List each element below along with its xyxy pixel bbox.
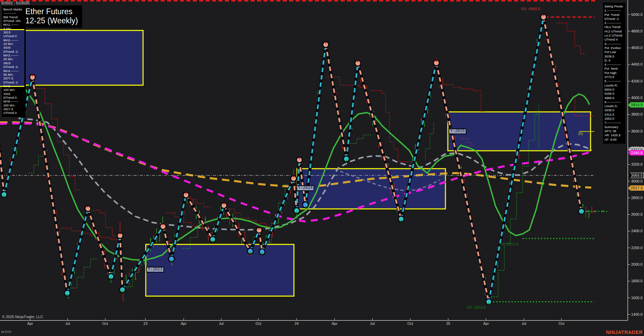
swing-pivots-line: 4969.5 (604, 96, 625, 100)
instrument-label: W ETH (1, 330, 11, 334)
resistance-r1-label: R1: 4969.5 (521, 7, 540, 11)
stop-steps-down (557, 23, 586, 54)
swing-pivots-line: AR: 1425.5 (604, 133, 625, 137)
bench-marks-line: 3377.5 (3, 76, 26, 80)
bench-marks-line: DTrend -2 (3, 50, 26, 53)
bench-marks-line: 20 MA: (3, 57, 26, 61)
bench-marks-line: 5 MA: (3, 27, 26, 30)
swing-pivots-line: 2.------------- (604, 21, 625, 25)
copyright-label: © 2025 NinjaTrader, LLC (2, 315, 43, 319)
bench-marks-line: 3434 (3, 46, 26, 49)
swing-pivots-line: 3773.0 (604, 75, 625, 79)
ninjatrader-chart-window: 5/2022 - 51/2025 Ether Futures 12-25 (We… (0, 0, 644, 336)
x-axis-label: 23 (143, 321, 147, 326)
x-axis-label: Oct (255, 321, 261, 326)
y-axis-label: 4600.0 (631, 46, 643, 50)
y-axis-label: 3800.0 (631, 112, 643, 116)
bench-marks-line: 100 MA: (3, 88, 26, 92)
bench-marks-line: DTrend 0 (3, 96, 26, 99)
y-axis-label: 1800.0 (631, 279, 643, 283)
y-axis-label: 4000.0 (631, 96, 643, 100)
bench-marks-line: DTrend -4% (3, 19, 26, 23)
x-axis-label: Apr (181, 321, 186, 326)
swing-pivots-line: 4.------------- (604, 63, 625, 67)
y-axis-label: 4200.0 (631, 79, 643, 83)
swing-pivots-line: Pvt High (604, 71, 625, 75)
price-axis-tag: 3340.8 (628, 150, 644, 155)
bench-marks-line: MA6.------- (3, 99, 26, 103)
y-axis-label: 3000.0 (631, 179, 643, 183)
swing-pivots-line: 3.------------- (604, 42, 625, 46)
swing-pivots-line: Pvt. Trend: (604, 13, 625, 17)
swing-pivots-line: 2638.0 (604, 54, 625, 58)
bench-marks-line: 3915 (3, 61, 26, 65)
swing-pivots-line: 6.------------- (604, 100, 625, 104)
bench-marks-line: MA5.------- (3, 84, 26, 88)
stop-steps-up (350, 135, 371, 144)
x-axis-label: Jul (522, 321, 526, 326)
price-axis-tag: 2917.3 (628, 185, 644, 191)
x-axis-label: 24 (295, 321, 299, 326)
chart-canvas[interactable] (0, 0, 644, 336)
support-s2-label: S2: 1553.0 (467, 305, 486, 309)
swing-pivots-lines: Swing Pivots1.-------------Pvt. Trend:DT… (604, 4, 625, 142)
swing-pivots-line: Levels R: (604, 83, 625, 88)
x-axis-label: Apr (483, 321, 489, 326)
y-axis-label: 3200.0 (631, 162, 643, 166)
bench-marks-line: 200 MA: (3, 103, 26, 107)
date-range-label: 5/2022 - 51/2025 (1, 1, 29, 5)
bench-marks-line: UTrend 0 (3, 111, 26, 115)
bench-marks-line: DTrend -2 (3, 65, 26, 69)
x-axis-label: Jul (370, 321, 375, 326)
bench-marks-line: 3013 (3, 30, 26, 34)
y-axis-label: 4400.0 (631, 62, 643, 66)
swing-pivots-line: 2638.0 (604, 108, 625, 112)
swing-pivots-line: 5166.0 (604, 92, 625, 96)
x-axis-label: Oct (407, 321, 413, 326)
bench-marks-line: UTrend 0 (3, 34, 26, 38)
swing-pivots-line: 5.------------- (604, 79, 625, 83)
swing-pivots-line: 7.------------- (604, 121, 625, 125)
swing-pivots-line: 5604.0 (604, 88, 625, 92)
y-axis-label: 1400.0 (631, 312, 643, 316)
year-range-label[interactable]: Y:2024 (296, 185, 314, 191)
swing-pivots-line: 2312.5 (604, 113, 625, 117)
bench-marks-line: MA3.------- (3, 53, 26, 57)
y-axis-label: 2400.0 (631, 229, 643, 233)
year-range-label[interactable]: Y:2023 (146, 267, 164, 272)
bench-marks-line: MA4.------- (3, 69, 26, 73)
swing-pivots-line: 1553.0 (604, 117, 625, 121)
swing-pivots-line: 1.------------- (604, 8, 625, 13)
y-axis-label: 2600.0 (631, 212, 643, 216)
bench-marks-line: 10 MA: (3, 42, 26, 46)
stop-steps-down (61, 228, 118, 239)
x-axis-label: Apr (331, 321, 337, 326)
swing-pivots-line: Hi:2 UTrend (604, 29, 625, 33)
swing-pivots-line: Levels S: (604, 104, 625, 108)
bench-marks-line: ------------ (3, 11, 26, 15)
x-axis-label: Oct (102, 321, 108, 326)
y-axis-label: 2200.0 (631, 246, 643, 250)
chart-title: Ether Futures 12-25 (Weekly) (19, 5, 82, 28)
stop-steps-up (426, 122, 434, 159)
y-axis-label: 3600.0 (631, 129, 643, 133)
swing-pivots-line: Summary (604, 125, 625, 129)
bench-marks-panel: Bench Marks------------BM Trend:DTrend -… (2, 6, 26, 117)
swing-pivots-line: Swing Pivots (604, 4, 625, 8)
y-axis-label: 5000.0 (631, 13, 643, 17)
bench-marks-line: MA1.------- (3, 23, 26, 26)
price-axis-tag: 3069.5 (628, 173, 644, 178)
x-axis-label: Jul (219, 321, 224, 326)
year-range-label[interactable]: Y:2025 (448, 128, 466, 134)
x-axis-label: Jul (65, 321, 70, 326)
swing-pivots-line: AF: 6.00 (604, 138, 625, 142)
swing-pivots-line: Lo:2 UTrend (604, 33, 625, 38)
y-axis-label: 2000.0 (631, 262, 643, 266)
swing-pivots-line: D: 9 (604, 58, 625, 63)
ninjatrader-logo: NINJATRADER (606, 330, 643, 335)
fib-f0-label: F0 (578, 132, 583, 136)
swing-pivots-line: Pvt. Next: (604, 67, 625, 71)
bench-marks-lines: Bench Marks------------BM Trend:DTrend -… (3, 7, 26, 115)
chart-title-line1: Ether Futures (25, 7, 78, 16)
bench-marks-line: 55 MA: (3, 73, 26, 76)
